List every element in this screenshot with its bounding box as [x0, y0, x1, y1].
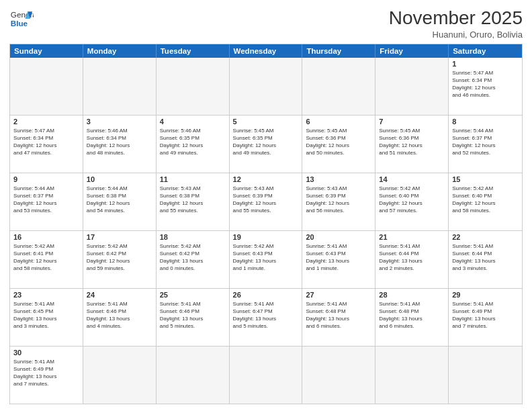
day-number: 9 [13, 175, 79, 183]
day-number: 23 [13, 291, 79, 299]
calendar-cell: 4Sunrise: 5:46 AM Sunset: 6:35 PM Daylig… [157, 116, 230, 173]
day-info: Sunrise: 5:41 AM Sunset: 6:49 PM Dayligh… [452, 300, 519, 330]
calendar-cell: 13Sunrise: 5:43 AM Sunset: 6:39 PM Dayli… [302, 173, 375, 230]
calendar-cell [449, 347, 522, 404]
calendar-cell: 27Sunrise: 5:41 AM Sunset: 6:48 PM Dayli… [302, 289, 375, 346]
day-info: Sunrise: 5:47 AM Sunset: 6:34 PM Dayligh… [452, 69, 519, 99]
logo-icon: General Blue [9, 7, 34, 31]
calendar-cell [83, 58, 157, 115]
day-info: Sunrise: 5:47 AM Sunset: 6:34 PM Dayligh… [13, 127, 79, 157]
day-info: Sunrise: 5:42 AM Sunset: 6:42 PM Dayligh… [87, 242, 152, 273]
day-number: 6 [306, 118, 371, 126]
calendar-cell [157, 347, 230, 404]
calendar-cell: 1Sunrise: 5:47 AM Sunset: 6:34 PM Daylig… [449, 58, 522, 115]
page: General Blue November 2025 Huanuni, Orur… [0, 0, 532, 411]
calendar-cell: 10Sunrise: 5:44 AM Sunset: 6:38 PM Dayli… [83, 173, 157, 230]
calendar-cell: 28Sunrise: 5:41 AM Sunset: 6:48 PM Dayli… [375, 289, 449, 346]
header-day-friday: Friday [375, 44, 449, 58]
calendar-cell: 2Sunrise: 5:47 AM Sunset: 6:34 PM Daylig… [10, 116, 83, 173]
day-number: 21 [379, 233, 445, 241]
calendar-title: November 2025 [389, 7, 523, 30]
day-number: 11 [160, 175, 226, 183]
day-number: 17 [87, 233, 152, 241]
day-info: Sunrise: 5:41 AM Sunset: 6:49 PM Dayligh… [13, 358, 79, 388]
calendar-cell: 9Sunrise: 5:44 AM Sunset: 6:37 PM Daylig… [10, 173, 83, 230]
calendar-cell: 5Sunrise: 5:45 AM Sunset: 6:35 PM Daylig… [230, 116, 303, 173]
day-info: Sunrise: 5:41 AM Sunset: 6:48 PM Dayligh… [306, 300, 371, 330]
calendar-cell: 20Sunrise: 5:41 AM Sunset: 6:43 PM Dayli… [302, 231, 375, 288]
calendar-subtitle: Huanuni, Oruro, Bolivia [389, 30, 523, 40]
header-day-monday: Monday [83, 44, 157, 58]
calendar-cell: 19Sunrise: 5:42 AM Sunset: 6:43 PM Dayli… [230, 231, 303, 288]
day-number: 15 [452, 175, 519, 183]
day-number: 24 [87, 291, 152, 299]
calendar-cell: 14Sunrise: 5:42 AM Sunset: 6:40 PM Dayli… [375, 173, 449, 230]
day-info: Sunrise: 5:41 AM Sunset: 6:46 PM Dayligh… [87, 300, 152, 330]
day-number: 26 [233, 291, 299, 299]
svg-text:Blue: Blue [11, 19, 28, 28]
calendar-week-0: 1Sunrise: 5:47 AM Sunset: 6:34 PM Daylig… [10, 58, 522, 115]
calendar-cell: 16Sunrise: 5:42 AM Sunset: 6:41 PM Dayli… [10, 231, 83, 288]
calendar-cell: 15Sunrise: 5:42 AM Sunset: 6:40 PM Dayli… [449, 173, 522, 230]
calendar-cell: 26Sunrise: 5:41 AM Sunset: 6:47 PM Dayli… [230, 289, 303, 346]
calendar-body: 1Sunrise: 5:47 AM Sunset: 6:34 PM Daylig… [10, 58, 522, 404]
day-info: Sunrise: 5:44 AM Sunset: 6:37 PM Dayligh… [452, 127, 519, 157]
day-number: 30 [13, 349, 79, 357]
day-info: Sunrise: 5:42 AM Sunset: 6:40 PM Dayligh… [379, 185, 445, 215]
day-number: 22 [452, 233, 519, 241]
header: General Blue November 2025 Huanuni, Orur… [9, 7, 523, 40]
calendar-header: SundayMondayTuesdayWednesdayThursdayFrid… [10, 44, 522, 58]
calendar-cell [302, 347, 375, 404]
calendar-cell: 22Sunrise: 5:41 AM Sunset: 6:44 PM Dayli… [449, 231, 522, 288]
day-info: Sunrise: 5:42 AM Sunset: 6:43 PM Dayligh… [233, 242, 299, 273]
calendar-cell: 25Sunrise: 5:41 AM Sunset: 6:46 PM Dayli… [157, 289, 230, 346]
calendar-week-4: 23Sunrise: 5:41 AM Sunset: 6:45 PM Dayli… [10, 288, 522, 346]
day-number: 13 [306, 175, 371, 183]
day-info: Sunrise: 5:44 AM Sunset: 6:37 PM Dayligh… [13, 185, 79, 215]
day-info: Sunrise: 5:41 AM Sunset: 6:43 PM Dayligh… [306, 242, 371, 273]
day-info: Sunrise: 5:41 AM Sunset: 6:45 PM Dayligh… [13, 300, 79, 330]
day-number: 16 [13, 233, 79, 241]
header-day-wednesday: Wednesday [230, 44, 303, 58]
calendar-cell: 29Sunrise: 5:41 AM Sunset: 6:49 PM Dayli… [449, 289, 522, 346]
calendar-cell: 23Sunrise: 5:41 AM Sunset: 6:45 PM Dayli… [10, 289, 83, 346]
day-number: 10 [87, 175, 152, 183]
day-info: Sunrise: 5:45 AM Sunset: 6:35 PM Dayligh… [233, 127, 299, 157]
calendar-cell: 30Sunrise: 5:41 AM Sunset: 6:49 PM Dayli… [10, 347, 83, 404]
calendar: SundayMondayTuesdayWednesdayThursdayFrid… [9, 44, 523, 404]
day-info: Sunrise: 5:41 AM Sunset: 6:46 PM Dayligh… [160, 300, 226, 330]
day-number: 1 [452, 60, 519, 68]
header-day-sunday: Sunday [10, 44, 83, 58]
calendar-cell [230, 58, 303, 115]
calendar-cell: 11Sunrise: 5:43 AM Sunset: 6:38 PM Dayli… [157, 173, 230, 230]
calendar-cell: 17Sunrise: 5:42 AM Sunset: 6:42 PM Dayli… [83, 231, 157, 288]
day-number: 20 [306, 233, 371, 241]
calendar-cell [157, 58, 230, 115]
day-number: 7 [379, 118, 445, 126]
calendar-cell [375, 58, 449, 115]
day-info: Sunrise: 5:42 AM Sunset: 6:41 PM Dayligh… [13, 242, 79, 273]
calendar-cell [375, 347, 449, 404]
day-info: Sunrise: 5:44 AM Sunset: 6:38 PM Dayligh… [87, 185, 152, 215]
calendar-cell [10, 58, 83, 115]
calendar-cell [83, 347, 157, 404]
day-info: Sunrise: 5:43 AM Sunset: 6:39 PM Dayligh… [306, 185, 371, 215]
header-day-thursday: Thursday [302, 44, 375, 58]
calendar-week-3: 16Sunrise: 5:42 AM Sunset: 6:41 PM Dayli… [10, 230, 522, 288]
day-info: Sunrise: 5:43 AM Sunset: 6:38 PM Dayligh… [160, 185, 226, 215]
calendar-week-2: 9Sunrise: 5:44 AM Sunset: 6:37 PM Daylig… [10, 173, 522, 230]
title-block: November 2025 Huanuni, Oruro, Bolivia [389, 7, 523, 40]
day-number: 29 [452, 291, 519, 299]
header-day-tuesday: Tuesday [157, 44, 230, 58]
calendar-week-5: 30Sunrise: 5:41 AM Sunset: 6:49 PM Dayli… [10, 346, 522, 404]
day-number: 28 [379, 291, 445, 299]
day-info: Sunrise: 5:46 AM Sunset: 6:34 PM Dayligh… [87, 127, 152, 157]
day-info: Sunrise: 5:46 AM Sunset: 6:35 PM Dayligh… [160, 127, 226, 157]
calendar-cell: 12Sunrise: 5:43 AM Sunset: 6:39 PM Dayli… [230, 173, 303, 230]
day-info: Sunrise: 5:41 AM Sunset: 6:44 PM Dayligh… [379, 242, 445, 273]
day-number: 2 [13, 118, 79, 126]
calendar-week-1: 2Sunrise: 5:47 AM Sunset: 6:34 PM Daylig… [10, 115, 522, 173]
day-info: Sunrise: 5:43 AM Sunset: 6:39 PM Dayligh… [233, 185, 299, 215]
day-info: Sunrise: 5:42 AM Sunset: 6:42 PM Dayligh… [160, 242, 226, 273]
header-day-saturday: Saturday [449, 44, 522, 58]
